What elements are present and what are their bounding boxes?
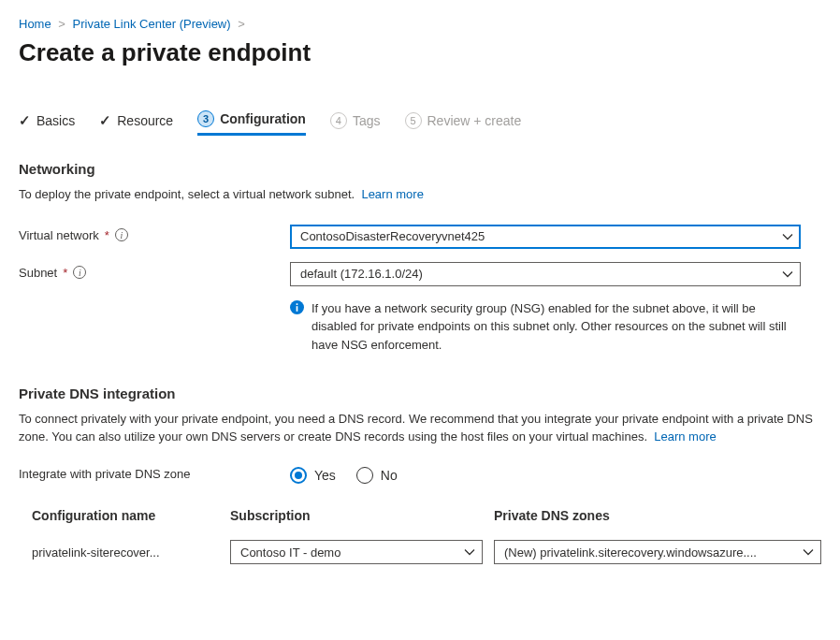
wizard-step-review[interactable]: 5 Review + create (405, 112, 522, 135)
section-heading-dns: Private DNS integration (19, 385, 821, 401)
section-networking: Networking To deploy the private endpoin… (19, 161, 821, 354)
section-description: To deploy the private endpoint, select a… (19, 186, 821, 204)
col-header-config: Configuration name (32, 508, 219, 523)
wizard-step-label: Resource (117, 113, 173, 128)
field-integrate-dns: Integrate with private DNS zone Yes No (19, 467, 821, 484)
svg-rect-2 (297, 303, 298, 305)
svg-rect-1 (297, 306, 298, 312)
info-icon[interactable]: i (73, 266, 86, 279)
learn-more-link[interactable]: Learn more (654, 429, 716, 444)
nsg-info-note: If you have a network security group (NS… (290, 299, 801, 355)
breadcrumb-home[interactable]: Home (19, 17, 51, 31)
breadcrumb-private-link-center[interactable]: Private Link Center (Preview) (73, 17, 231, 31)
radio-no[interactable]: No (356, 467, 398, 484)
field-subnet: Subnet * i default (172.16.1.0/24) (19, 262, 821, 286)
check-icon: ✓ (99, 112, 111, 129)
radio-label: Yes (314, 468, 336, 483)
section-description: To connect privately with your private e… (19, 411, 821, 446)
wizard-step-label: Review + create (427, 113, 522, 128)
integrate-dns-radio-group: Yes No (290, 467, 801, 484)
dns-zones-table: Configuration name Subscription Private … (32, 508, 821, 564)
field-virtual-network: Virtual network * i ContosoDisasterRecov… (19, 225, 821, 249)
info-icon[interactable]: i (115, 228, 128, 241)
col-header-zones: Private DNS zones (494, 508, 821, 523)
col-header-subscription: Subscription (230, 508, 483, 523)
learn-more-link[interactable]: Learn more (361, 187, 423, 201)
wizard-step-resource[interactable]: ✓ Resource (99, 112, 173, 135)
select-value: Contoso IT - demo (240, 545, 340, 560)
step-number-badge: 3 (197, 110, 214, 127)
breadcrumb: Home > Private Link Center (Preview) > (19, 17, 821, 31)
check-icon: ✓ (19, 112, 31, 129)
required-asterisk: * (63, 266, 67, 280)
cell-config-name: privatelink-siterecover... (32, 545, 219, 560)
section-private-dns: Private DNS integration To connect priva… (19, 385, 821, 564)
wizard-step-label: Tags (353, 113, 381, 128)
section-heading-networking: Networking (19, 161, 821, 177)
virtual-network-select[interactable]: ContosoDisasterRecoveryvnet425 (290, 225, 801, 249)
step-number-badge: 4 (330, 112, 347, 129)
radio-label: No (381, 468, 398, 483)
select-value: ContosoDisasterRecoveryvnet425 (300, 229, 485, 243)
field-label: Subnet (19, 266, 57, 280)
dns-zone-select[interactable]: (New) privatelink.siterecovery.windowsaz… (494, 540, 821, 564)
wizard-step-tags[interactable]: 4 Tags (330, 112, 381, 135)
field-label: Integrate with private DNS zone (19, 467, 191, 481)
subnet-select[interactable]: default (172.16.1.0/24) (290, 262, 801, 286)
wizard-step-configuration[interactable]: 3 Configuration (197, 110, 306, 136)
subscription-select[interactable]: Contoso IT - demo (230, 540, 483, 564)
wizard-steps: ✓ Basics ✓ Resource 3 Configuration 4 Ta… (19, 110, 821, 137)
radio-icon (356, 467, 373, 484)
step-number-badge: 5 (405, 112, 422, 129)
table-header: Configuration name Subscription Private … (32, 508, 821, 523)
required-asterisk: * (105, 228, 109, 242)
chevron-right-icon: > (238, 17, 245, 31)
select-value: default (172.16.1.0/24) (300, 267, 423, 281)
chevron-right-icon: > (58, 17, 65, 31)
radio-icon (290, 467, 307, 484)
table-row: privatelink-siterecover... Contoso IT - … (32, 540, 821, 564)
wizard-step-basics[interactable]: ✓ Basics (19, 112, 75, 135)
radio-yes[interactable]: Yes (290, 467, 336, 484)
field-label: Virtual network (19, 228, 99, 242)
wizard-step-label: Basics (36, 113, 75, 128)
wizard-step-label: Configuration (220, 111, 306, 126)
select-value: (New) privatelink.siterecovery.windowsaz… (504, 545, 757, 560)
info-filled-icon (290, 300, 304, 355)
page-title: Create a private endpoint (19, 38, 821, 67)
note-text: If you have a network security group (NS… (311, 299, 801, 355)
